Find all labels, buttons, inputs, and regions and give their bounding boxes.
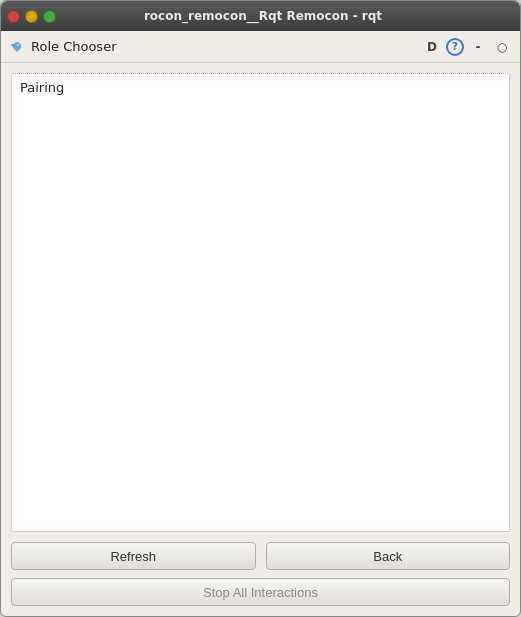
main-window: rocon_remocon__Rqt Remocon - rqt Role Ch…: [0, 0, 521, 617]
main-content: Pairing Refresh Back Stop All Interactio…: [1, 63, 520, 616]
menubar: Role Chooser D ? - ○: [1, 31, 520, 63]
primary-button-row: Refresh Back: [11, 542, 510, 570]
close-icon[interactable]: ○: [492, 37, 512, 57]
titlebar: rocon_remocon__Rqt Remocon - rqt: [1, 1, 520, 31]
role-list[interactable]: Pairing: [11, 73, 510, 532]
menubar-actions: D ? - ○: [422, 37, 512, 57]
back-button[interactable]: Back: [266, 542, 511, 570]
stop-all-button[interactable]: Stop All Interactions: [11, 578, 510, 606]
debug-icon[interactable]: D: [422, 37, 442, 57]
list-item[interactable]: Pairing: [16, 78, 505, 97]
help-button[interactable]: ?: [446, 38, 464, 56]
minimize-icon[interactable]: -: [468, 37, 488, 57]
refresh-button[interactable]: Refresh: [11, 542, 256, 570]
menubar-title: Role Chooser: [31, 39, 416, 54]
svg-point-0: [17, 44, 19, 46]
rqt-icon: [9, 39, 25, 55]
window-title: rocon_remocon__Rqt Remocon - rqt: [12, 9, 514, 23]
